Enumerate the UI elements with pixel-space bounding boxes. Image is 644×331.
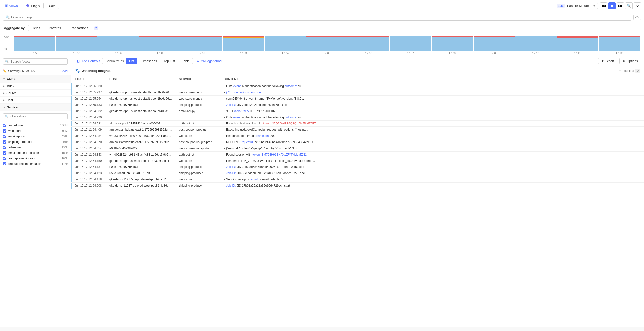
viz-tab-table[interactable]: Table bbox=[179, 58, 193, 64]
table-row[interactable]: Jun 16 17:12:56.330 – Okta event: authen… bbox=[71, 83, 644, 90]
filter-values-wrap: 🔍 bbox=[3, 113, 68, 119]
time-selector[interactable]: 15m Past 15 Minutes ▼ bbox=[554, 3, 598, 9]
table-row[interactable]: Jun 16 17:12:54.118 gke-demo-11287-us-pr… bbox=[71, 176, 644, 183]
code-mode-button[interactable]: </> bbox=[633, 15, 641, 20]
chart-label-9: 17:07 bbox=[390, 52, 431, 55]
viz-tab-toplist[interactable]: Top List bbox=[160, 58, 178, 64]
section-core-header[interactable]: ▼ CORE bbox=[0, 75, 70, 83]
chart-label-10: 17:08 bbox=[431, 52, 473, 55]
row-content: – (745 connections now open) bbox=[221, 90, 644, 96]
aggregate-transactions-button[interactable]: Transactions bbox=[66, 25, 92, 31]
log-filter-input[interactable] bbox=[11, 16, 628, 19]
table-row[interactable]: Jun 16 17:12:54.131 i-0e57860b977b5fd67 … bbox=[71, 164, 644, 170]
row-content: – Sending receipt to email: <email redac… bbox=[221, 176, 644, 183]
pause-button[interactable]: ⏸ bbox=[608, 2, 616, 10]
section-service-header[interactable]: ▼ Service bbox=[0, 104, 70, 111]
row-host: gke-demo-dpn-us-west-default-pool-1bd6e9… bbox=[106, 90, 176, 96]
service-checkbox-web-store[interactable] bbox=[3, 129, 6, 133]
table-row[interactable]: Jun 16 17:12:54.354 i-0cf8a64af62989629 … bbox=[71, 145, 644, 152]
core-arrow-icon: ▼ bbox=[3, 78, 6, 80]
service-item-product-recommendation: product-recommendation 174k bbox=[0, 161, 70, 166]
hide-controls-button[interactable]: ◧ Hide Controls bbox=[74, 58, 103, 64]
service-items-list: auth-dotnet 1.34M web-store 1.09M email-… bbox=[0, 123, 70, 166]
aggregate-patterns-button[interactable]: Patterns bbox=[46, 25, 64, 31]
table-row[interactable]: Jun 16 17:12:54.370 arn:aws:lambda:us-ea… bbox=[71, 139, 644, 145]
col-service-header[interactable]: SERVICE bbox=[176, 75, 221, 83]
chart-label-14: 17:12 bbox=[598, 52, 640, 55]
chart-y-min: 0K bbox=[4, 48, 9, 51]
facets-search-input[interactable] bbox=[10, 60, 65, 63]
service-name: auth-dotnet bbox=[8, 124, 58, 127]
row-host: aks-agentpool-21451434-vmss000007 bbox=[106, 120, 176, 127]
table-row[interactable]: Jun 16 17:12:54.008 gke-demo-11287-us-pr… bbox=[71, 183, 644, 189]
filter-values-input[interactable] bbox=[10, 114, 65, 118]
service-checkbox-email-queue-processor[interactable] bbox=[3, 151, 6, 154]
service-checkbox-auth-dotnet[interactable] bbox=[3, 124, 6, 127]
watchdog-icon: 🐾 bbox=[75, 68, 80, 73]
row-date: Jun 16 17:12:54.118 bbox=[72, 176, 106, 183]
row-date: Jun 16 17:12:54.370 bbox=[72, 139, 106, 145]
add-facet-button[interactable]: + Add bbox=[60, 69, 68, 73]
row-date: Jun 16 17:12:54.354 bbox=[72, 145, 106, 152]
service-checkbox-shipping-producer[interactable] bbox=[3, 140, 6, 144]
filter-values-section: 🔍 bbox=[0, 111, 70, 123]
table-row[interactable]: Jun 16 17:12:54.932 gke-demo-dpn-us-west… bbox=[71, 108, 644, 114]
aggregate-fields-button[interactable]: Fields bbox=[28, 25, 43, 31]
options-button[interactable]: ⚙ Options bbox=[620, 58, 641, 64]
row-date: Jun 16 17:12:54.409 bbox=[72, 127, 106, 133]
index-label: Index bbox=[6, 84, 14, 88]
table-row[interactable]: Jun 16 17:12:55.297 gke-demo-dpn-us-west… bbox=[71, 90, 644, 96]
showing-count: Showing 365 of 365 bbox=[8, 69, 34, 73]
aggregate-help-button[interactable]: ? bbox=[94, 26, 98, 30]
row-host: vm-d0928524-b931-43ac-4c83-1e96bc7f9b56.… bbox=[106, 152, 176, 158]
service-item-web-store: web-store 1.09M bbox=[0, 128, 70, 134]
row-host bbox=[106, 114, 176, 120]
host-arrow-icon: ▶ bbox=[3, 99, 5, 102]
service-name: email-queue-processor bbox=[8, 151, 60, 154]
row-host: vm-33dc62d5-1d40-4001-706a-d4a22fcca5a1.… bbox=[106, 133, 176, 139]
service-name: fraud-prevention-api bbox=[8, 156, 60, 160]
views-button[interactable]: ⊞ Views bbox=[3, 2, 20, 9]
col-content-header[interactable]: CONTENT bbox=[221, 75, 644, 83]
refresh-button[interactable]: ↻ bbox=[634, 2, 641, 10]
row-date: Jun 16 17:12:55.254 bbox=[72, 96, 106, 102]
service-checkbox-email-api-py[interactable] bbox=[3, 135, 6, 138]
table-row[interactable]: Jun 16 17:12:55.254 gke-demo-dpn-us-west… bbox=[71, 96, 644, 102]
sidebar-item-index[interactable]: ▶ Index bbox=[0, 83, 70, 90]
chart-label-2: 17:00 bbox=[98, 52, 139, 55]
service-checkbox-ad-server[interactable] bbox=[3, 146, 6, 149]
table-row[interactable]: Jun 16 17:12:54.123 i-53c8fdda09bb99e840… bbox=[71, 170, 644, 176]
table-row[interactable]: Jun 16 17:12:54.681 aks-agentpool-214514… bbox=[71, 120, 644, 127]
row-content: – Job-ID: JID-17b01a26a11a35e90d4729bc -… bbox=[221, 183, 644, 189]
table-row[interactable]: Jun 16 17:12:54.409 arn:aws:lambda:us-ea… bbox=[71, 127, 644, 133]
viz-tab-list[interactable]: List bbox=[126, 58, 138, 64]
sidebar-item-host[interactable]: ▶ Host bbox=[0, 97, 70, 104]
viz-tab-timeseries[interactable]: Timeseries bbox=[138, 58, 160, 64]
row-service: web-store-mongo bbox=[176, 96, 221, 102]
col-host-header[interactable]: HOST bbox=[106, 75, 176, 83]
search-facets-icon: 🔍 bbox=[5, 60, 9, 63]
facets-search-wrap: 🔍 bbox=[3, 58, 68, 64]
sidebar: 🔍 ✏️ Showing 365 of 365 + Add ▼ CORE ▶ I… bbox=[0, 56, 71, 327]
table-row[interactable]: Jun 16 17:12:54.150 gke-demo-dpn-us-west… bbox=[71, 158, 644, 164]
sidebar-item-source[interactable]: ▶ Source bbox=[0, 90, 70, 97]
search-button[interactable]: 🔍 bbox=[625, 2, 632, 10]
row-date: Jun 16 17:12:54.720 bbox=[72, 114, 106, 120]
row-service: shipping-producer bbox=[176, 183, 221, 189]
table-row[interactable]: Jun 16 17:12:54.720 – Okta event: authen… bbox=[71, 114, 644, 120]
service-count: 186k bbox=[62, 151, 68, 154]
row-service: email-api-py bbox=[176, 108, 221, 114]
service-checkbox-fraud-prevention-api[interactable] bbox=[3, 156, 6, 160]
forward-button[interactable]: ▶▶ bbox=[617, 2, 624, 10]
table-row[interactable]: Jun 16 17:12:54.343 vm-d0928524-b931-43a… bbox=[71, 152, 644, 158]
rewind-button[interactable]: ◀◀ bbox=[600, 2, 607, 10]
table-row[interactable]: Jun 16 17:12:54.384 vm-33dc62d5-1d40-400… bbox=[71, 133, 644, 139]
table-row[interactable]: Jun 16 17:12:55.133 i-0e57860b977b5fd67 … bbox=[71, 102, 644, 108]
row-content: – REPORT RequestId: be99ba19-43bf-4dbf-b… bbox=[221, 139, 644, 145]
service-checkbox-product-recommendation[interactable] bbox=[3, 162, 6, 166]
save-button[interactable]: + Save bbox=[44, 3, 59, 9]
col-date-header[interactable]: ↓ DATE bbox=[72, 75, 106, 83]
row-host bbox=[106, 83, 176, 90]
index-arrow-icon: ▶ bbox=[3, 85, 5, 88]
export-button[interactable]: ⬆ Export bbox=[598, 58, 618, 64]
